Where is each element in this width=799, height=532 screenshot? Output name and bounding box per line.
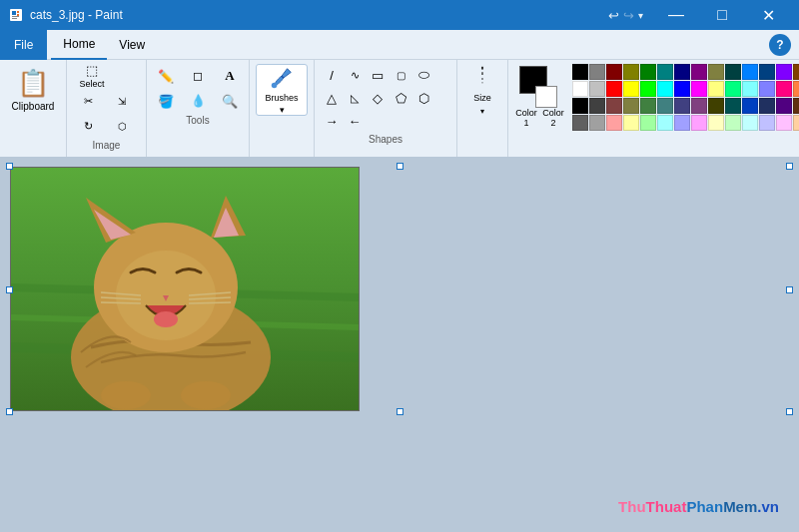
palette-color[interactable] [742,81,758,97]
palette-color[interactable] [691,81,707,97]
palette-color[interactable] [589,115,605,131]
home-menu[interactable]: Home [51,30,107,60]
select-button[interactable]: ⬚ Select [73,64,111,88]
maximize-button[interactable]: □ [699,0,745,30]
palette-color[interactable] [759,81,775,97]
resize-handle-bc[interactable] [397,408,403,415]
palette-color[interactable] [759,115,775,131]
palette-color[interactable] [708,81,724,97]
palette-color[interactable] [674,64,690,80]
shape-hexagon[interactable]: ⬡ [412,87,434,109]
resize-handle-tr[interactable] [786,163,793,170]
resize-handle-br[interactable] [786,408,793,415]
pencil-button[interactable]: ✏️ [151,64,181,88]
shape-ellipse[interactable]: ⬭ [412,64,434,86]
palette-color[interactable] [776,64,792,80]
palette-color[interactable] [725,98,741,114]
palette-color[interactable] [606,98,622,114]
palette-color[interactable] [793,98,799,114]
resize-handle-ml[interactable] [6,286,13,293]
palette-color[interactable] [742,98,758,114]
shape-arrow-left[interactable]: ← [344,110,366,132]
shape-round-rect[interactable]: ▢ [390,64,411,86]
palette-color[interactable] [742,115,758,131]
clipboard-button[interactable]: 📋 Clipboard [8,64,58,116]
palette-color[interactable] [776,81,792,97]
rotate-button[interactable]: ↻ [73,114,103,138]
palette-color[interactable] [657,98,673,114]
palette-color[interactable] [776,98,792,114]
palette-color[interactable] [674,115,690,131]
palette-color[interactable] [708,64,724,80]
palette-color[interactable] [606,115,622,131]
palette-color[interactable] [725,81,741,97]
magnify-button[interactable]: 🔍 [215,89,245,113]
shape-arrow-right[interactable]: → [321,110,343,132]
palette-color[interactable] [572,98,588,114]
shape-pentagon[interactable]: ⬠ [390,87,411,109]
palette-color[interactable] [793,64,799,80]
palette-color[interactable] [742,64,758,80]
size-button[interactable]: Size ▾ [463,64,501,116]
palette-color[interactable] [793,115,799,131]
palette-color[interactable] [657,81,673,97]
palette-color[interactable] [572,81,588,97]
dropdown-arrow[interactable]: ▾ [638,10,643,21]
palette-color[interactable] [725,115,741,131]
palette-color[interactable] [708,115,724,131]
palette-color[interactable] [640,64,656,80]
help-button[interactable]: ? [769,34,791,56]
palette-color[interactable] [572,115,588,131]
skew-button[interactable]: ⬡ [104,114,140,138]
palette-color[interactable] [572,64,588,80]
resize-handle-bl[interactable] [6,408,13,415]
palette-color[interactable] [589,98,605,114]
palette-color[interactable] [793,81,799,97]
text-button[interactable]: A [215,64,245,88]
palette-color[interactable] [776,115,792,131]
undo-btn[interactable]: ↩ [608,8,619,23]
palette-color[interactable] [623,81,639,97]
palette-color[interactable] [725,64,741,80]
redo-btn[interactable]: ↪ [623,8,634,23]
palette-color[interactable] [657,64,673,80]
canvas-image[interactable] [10,167,360,411]
palette-color[interactable] [708,98,724,114]
view-menu[interactable]: View [107,30,157,60]
palette-color[interactable] [606,64,622,80]
palette-color[interactable] [674,98,690,114]
file-menu[interactable]: File [0,30,47,60]
shape-right-triangle[interactable]: ◺ [344,87,366,109]
resize-handle-tl[interactable] [6,163,13,170]
resize-handle-tc[interactable] [397,163,403,170]
palette-color[interactable] [691,64,707,80]
palette-color[interactable] [623,98,639,114]
crop-button[interactable]: ✂ [73,89,103,113]
palette-color[interactable] [691,115,707,131]
shape-triangle[interactable]: △ [321,87,343,109]
palette-color[interactable] [674,81,690,97]
resize-handle-mr[interactable] [786,286,793,293]
palette-color[interactable] [640,81,656,97]
palette-color[interactable] [589,81,605,97]
palette-color[interactable] [759,64,775,80]
palette-color[interactable] [589,64,605,80]
fill-button[interactable]: 🪣 [151,89,181,113]
palette-color[interactable] [759,98,775,114]
close-button[interactable]: ✕ [745,0,791,30]
shape-curve[interactable]: ∿ [344,64,366,86]
palette-color[interactable] [640,98,656,114]
palette-color[interactable] [657,115,673,131]
palette-color[interactable] [606,81,622,97]
color2-swatch[interactable] [535,86,557,108]
minimize-button[interactable]: — [653,0,699,30]
shape-line[interactable]: / [321,64,343,86]
palette-color[interactable] [691,98,707,114]
palette-color[interactable] [623,64,639,80]
color-picker-button[interactable]: 💧 [183,89,213,113]
palette-color[interactable] [640,115,656,131]
brushes-button[interactable]: Brushes ▾ [256,64,308,116]
eraser-button[interactable]: ◻ [183,64,213,88]
palette-color[interactable] [623,115,639,131]
shape-diamond[interactable]: ◇ [367,87,389,109]
